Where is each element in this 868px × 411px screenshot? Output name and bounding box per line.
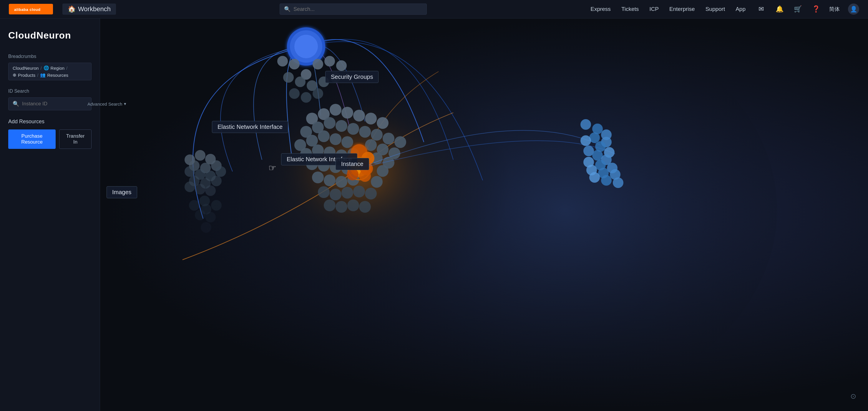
svg-point-86 [581, 135, 591, 146]
breadcrumb-region-text: Region [51, 66, 65, 71]
svg-point-103 [195, 150, 206, 161]
alibaba-cloud-logo: alibaba cloud [9, 4, 53, 14]
workbench-tab[interactable]: 🏠 Workbench [62, 3, 116, 15]
top-navigation: alibaba cloud 🏠 Workbench 🔍 Express Tick… [0, 0, 868, 19]
svg-point-81 [359, 170, 371, 182]
svg-point-100 [601, 175, 612, 186]
search-area: 🔍 [116, 3, 590, 15]
svg-point-115 [185, 182, 195, 192]
svg-point-58 [377, 165, 389, 177]
breadcrumb-bar: CloudNeuron / 🌐 Region / ⊕ Products / 👥 … [8, 63, 92, 80]
svg-point-61 [336, 176, 347, 188]
nav-app[interactable]: App [736, 6, 746, 12]
id-search-icon: 🔍 [13, 101, 19, 107]
svg-point-38 [395, 136, 406, 148]
network-graph-svg [100, 19, 868, 411]
svg-point-33 [336, 120, 347, 132]
svg-point-21 [301, 92, 311, 103]
breadcrumb-region[interactable]: 🌐 Region [43, 65, 65, 71]
brand-logo-area: CloudNeuron [8, 27, 92, 44]
svg-point-36 [371, 129, 383, 140]
svg-point-14 [336, 60, 347, 71]
svg-point-119 [189, 200, 199, 211]
svg-point-48 [312, 145, 324, 156]
nav-tickets[interactable]: Tickets [621, 6, 639, 12]
breadcrumb-resources[interactable]: 👥 Resources [40, 72, 68, 78]
svg-point-29 [377, 117, 389, 129]
id-search-label: ID Search [8, 89, 92, 94]
breadcrumb-sep-1: / [40, 66, 41, 71]
svg-point-68 [365, 188, 377, 199]
nav-icon-group: ✉ 🔔 🛒 ❓ 简体 👤 [756, 3, 859, 15]
svg-point-12 [313, 59, 323, 69]
nav-icp[interactable]: ICP [649, 6, 659, 12]
transfer-in-button[interactable]: Transfer In [59, 129, 92, 149]
left-sidebar: CloudNeuron Breadcrumbs CloudNeuron / 🌐 … [0, 19, 100, 411]
svg-point-16 [295, 76, 306, 87]
svg-point-44 [365, 139, 377, 151]
target-icon[interactable]: ⊙ [847, 390, 859, 402]
nav-enterprise[interactable]: Enterprise [669, 6, 695, 12]
user-avatar[interactable]: 👤 [848, 3, 859, 15]
nav-express[interactable]: Express [590, 6, 611, 12]
svg-point-26 [341, 107, 353, 119]
svg-point-71 [347, 199, 359, 211]
svg-point-37 [383, 133, 395, 145]
svg-text:CloudNeuron: CloudNeuron [8, 30, 71, 41]
svg-point-15 [283, 72, 294, 83]
svg-point-25 [330, 104, 341, 116]
advanced-search-button[interactable]: Advanced Search ▾ [87, 101, 126, 106]
visualization-area: Security Groups Elastic Network Interfac… [100, 19, 868, 411]
breadcrumb-products[interactable]: ⊕ Products [13, 72, 35, 78]
id-search-bar[interactable]: 🔍 Advanced Search ▾ [8, 97, 92, 110]
svg-point-99 [589, 172, 600, 183]
breadcrumb-section: Breadcrumbs CloudNeuron / 🌐 Region / ⊕ P… [8, 54, 92, 80]
svg-point-60 [324, 175, 336, 186]
bell-icon[interactable]: 🔔 [774, 4, 784, 14]
svg-point-28 [365, 113, 377, 124]
svg-point-18 [318, 76, 329, 87]
svg-point-42 [330, 133, 341, 145]
nav-lang[interactable]: 简体 [829, 6, 840, 13]
resources-icon: 👥 [40, 72, 45, 78]
mail-icon[interactable]: ✉ [756, 4, 766, 14]
id-search-input[interactable] [22, 101, 85, 107]
svg-point-55 [318, 160, 330, 171]
svg-point-65 [330, 189, 341, 200]
svg-point-34 [347, 123, 359, 135]
chevron-down-icon: ▾ [124, 101, 126, 106]
cart-icon[interactable]: 🛒 [793, 4, 803, 14]
nav-support[interactable]: Support [706, 6, 725, 12]
svg-point-50 [336, 150, 347, 161]
search-icon: 🔍 [284, 6, 290, 12]
svg-point-59 [312, 171, 324, 183]
add-resources-label: Add Resources [8, 119, 92, 125]
svg-point-70 [336, 201, 347, 213]
svg-point-82 [581, 119, 591, 130]
help-icon[interactable]: ❓ [811, 4, 821, 14]
breadcrumb-cloudneuron[interactable]: CloudNeuron [13, 66, 38, 71]
svg-point-9 [277, 56, 288, 66]
search-input[interactable] [293, 6, 411, 12]
svg-point-117 [205, 185, 216, 196]
svg-point-10 [289, 59, 300, 69]
svg-point-49 [324, 147, 336, 158]
svg-point-72 [359, 201, 371, 213]
svg-point-116 [195, 184, 206, 194]
global-search-bar[interactable]: 🔍 [280, 3, 427, 15]
svg-text:alibaba cloud: alibaba cloud [14, 7, 41, 12]
svg-point-114 [211, 176, 222, 186]
breadcrumb-cloudneuron-text: CloudNeuron [13, 66, 38, 71]
svg-point-69 [324, 199, 336, 211]
svg-point-19 [330, 72, 341, 83]
advanced-search-text: Advanced Search [87, 101, 122, 106]
svg-point-80 [347, 168, 359, 180]
products-icon: ⊕ [13, 72, 17, 78]
svg-point-121 [211, 200, 222, 211]
svg-point-13 [324, 56, 335, 66]
svg-point-54 [306, 158, 318, 170]
breadcrumb-sep-2: / [66, 66, 67, 71]
purchase-resource-button[interactable]: Purchase Resource [8, 129, 56, 149]
region-icon: 🌐 [43, 65, 49, 71]
id-search-section: ID Search 🔍 Advanced Search ▾ [8, 89, 92, 110]
